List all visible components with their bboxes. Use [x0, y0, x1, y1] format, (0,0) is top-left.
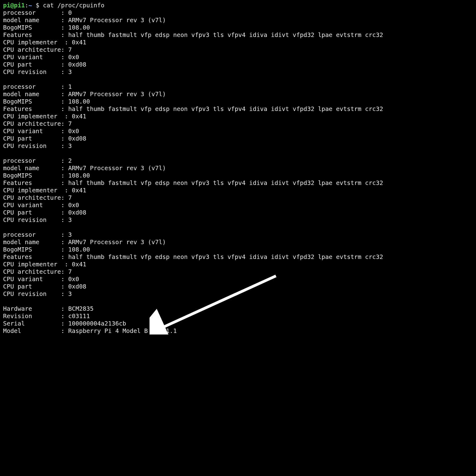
cpuinfo-line: CPU part : 0xd08 — [3, 209, 473, 216]
cpuinfo-line: CPU architecture: 7 — [3, 120, 473, 128]
cpuinfo-line: CPU implementer : 0x41 — [3, 113, 473, 120]
cpuinfo-line: Features : half thumb fastmult vfp edsp … — [3, 253, 473, 261]
cpuinfo-line: Features : half thumb fastmult vfp edsp … — [3, 105, 473, 113]
terminal-window[interactable]: pi@pi1:~ $ cat /proc/cpuinfoprocessor : … — [0, 0, 476, 337]
cpuinfo-line: BogoMIPS : 108.00 — [3, 246, 473, 253]
cpuinfo-line: CPU variant : 0x0 — [3, 54, 473, 61]
cpuinfo-line: CPU part : 0xd08 — [3, 283, 473, 290]
command-text: cat /proc/cpuinfo — [43, 2, 105, 9]
cpuinfo-line: CPU part : 0xd08 — [3, 135, 473, 142]
cpuinfo-line: CPU revision : 3 — [3, 290, 473, 298]
cpuinfo-line: processor : 0 — [3, 9, 473, 17]
cpuinfo-line: CPU implementer : 0x41 — [3, 187, 473, 194]
cpuinfo-line: processor : 1 — [3, 83, 473, 91]
cpuinfo-footer-line: Serial : 100000004a2136cb — [3, 320, 473, 327]
cpuinfo-line: CPU variant : 0x0 — [3, 128, 473, 135]
cpuinfo-line: CPU architecture: 7 — [3, 268, 473, 276]
cpuinfo-line: model name : ARMv7 Processor rev 3 (v7l) — [3, 239, 473, 246]
cpuinfo-line: processor : 3 — [3, 231, 473, 239]
cpuinfo-line: model name : ARMv7 Processor rev 3 (v7l) — [3, 17, 473, 24]
cpuinfo-line: model name : ARMv7 Processor rev 3 (v7l) — [3, 165, 473, 172]
cpuinfo-line: CPU implementer : 0x41 — [3, 39, 473, 46]
cpuinfo-line: CPU variant : 0x0 — [3, 276, 473, 283]
cpuinfo-line: CPU revision : 3 — [3, 142, 473, 150]
cpuinfo-line: model name : ARMv7 Processor rev 3 (v7l) — [3, 91, 473, 98]
blank-line — [3, 224, 473, 231]
cpuinfo-line: Features : half thumb fastmult vfp edsp … — [3, 179, 473, 187]
cpuinfo-line: CPU architecture: 7 — [3, 194, 473, 202]
cpuinfo-line: CPU revision : 3 — [3, 216, 473, 224]
cpuinfo-line: processor : 2 — [3, 157, 473, 165]
cpuinfo-line: BogoMIPS : 108.00 — [3, 24, 473, 31]
cpuinfo-line: CPU variant : 0x0 — [3, 202, 473, 209]
prompt-user: pi — [3, 2, 10, 9]
cpuinfo-line: CPU part : 0xd08 — [3, 61, 473, 68]
cpuinfo-line: Features : half thumb fastmult vfp edsp … — [3, 31, 473, 39]
prompt-dollar: $ — [36, 2, 43, 9]
cpuinfo-line: CPU revision : 3 — [3, 68, 473, 76]
cpuinfo-line: BogoMIPS : 108.00 — [3, 172, 473, 179]
prompt-host: pi1 — [14, 2, 25, 9]
cpuinfo-footer-line: Revision : c03111 — [3, 313, 473, 320]
prompt-at: @ — [10, 2, 14, 9]
blank-line — [3, 150, 473, 157]
cpuinfo-line: CPU implementer : 0x41 — [3, 261, 473, 268]
prompt-line[interactable]: pi@pi1:~ $ cat /proc/cpuinfo — [3, 2, 473, 9]
cpuinfo-footer-line: Hardware : BCM2835 — [3, 305, 473, 313]
cpuinfo-footer-line: Model : Raspberry Pi 4 Model B Rev 1.1 — [3, 327, 473, 335]
blank-line — [3, 298, 473, 305]
prompt-colon: : — [25, 2, 28, 9]
blank-line — [3, 76, 473, 83]
cpuinfo-line: BogoMIPS : 108.00 — [3, 98, 473, 105]
prompt-path: ~ — [28, 2, 35, 9]
cpuinfo-line: CPU architecture: 7 — [3, 46, 473, 54]
